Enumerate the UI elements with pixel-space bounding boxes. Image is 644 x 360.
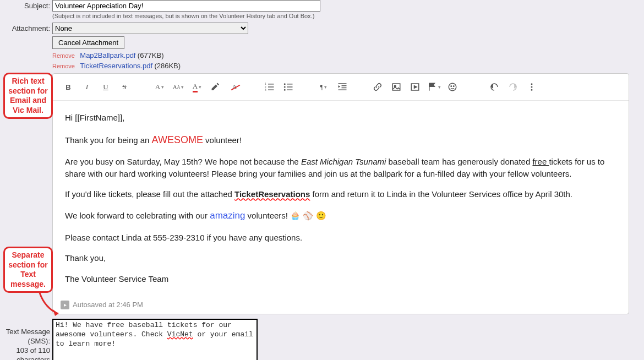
msg-text: If you'd like tickets, please fill out t…	[65, 189, 234, 199]
svg-rect-15	[339, 90, 347, 91]
svg-rect-9	[287, 84, 293, 85]
video-icon[interactable]	[406, 78, 424, 96]
editor-body[interactable]: Hi [[FirstName]], Thank you for being an…	[53, 101, 629, 296]
msg-text: Thank you for being an	[65, 135, 152, 145]
msg-text: Please contact Linda at 555-239-2310 if …	[65, 233, 302, 242]
remove-link[interactable]: Remove	[52, 52, 75, 59]
callout-sms: Separate section for Text message.	[3, 247, 53, 293]
highlight-icon[interactable]	[207, 78, 225, 96]
save-icon: ▸	[61, 301, 69, 309]
msg-greeting: Hi [[FirstName]],	[65, 113, 124, 122]
strike-icon[interactable]: S	[116, 78, 133, 96]
editor-toolbar: B I U S A AA A A 123 ¶	[53, 74, 629, 101]
attachment-select[interactable]: None	[52, 23, 248, 34]
emoji-icon[interactable]	[444, 78, 461, 96]
sms-label: Text Message	[0, 328, 50, 337]
subject-input[interactable]	[52, 0, 320, 12]
attachment-item: Remove Map2Ballpark.pdf (677KB)	[52, 51, 644, 59]
svg-rect-2	[268, 90, 274, 91]
sms-label2: (SMS):	[0, 337, 50, 346]
msg-team: East Michigan Tsunami	[301, 157, 386, 166]
svg-point-21	[454, 86, 455, 87]
font-size-icon[interactable]: AA	[170, 78, 187, 96]
msg-emoji: 🧁 ⚾ 🙂	[290, 211, 326, 220]
svg-rect-0	[268, 84, 274, 85]
msg-amazing: amazing	[210, 210, 245, 221]
svg-rect-14	[342, 88, 347, 89]
attachment-label: Attachment:	[0, 23, 52, 32]
sms-vicnet: VicNet	[167, 330, 193, 339]
cancel-attachment-button[interactable]: Cancel Attachment	[52, 36, 124, 49]
link-icon[interactable]	[369, 78, 386, 96]
msg-text: Thank you,	[65, 253, 106, 263]
autosave-status: ▸ Autosaved at 2:46 PM	[53, 296, 629, 314]
msg-ticketres: TicketReservations	[234, 189, 310, 199]
indent-icon[interactable]	[334, 78, 351, 96]
attachment-size: (677KB)	[138, 51, 164, 59]
msg-text: form and return it to Linda in the Volun…	[310, 189, 572, 199]
ordered-list-icon[interactable]: 123	[261, 78, 279, 96]
clear-format-icon[interactable]: A	[226, 78, 243, 96]
attachment-item: Remove TicketReservations.pdf (286KB)	[52, 62, 644, 70]
svg-rect-11	[287, 90, 293, 91]
msg-sig: The Volunteer Service Team	[65, 274, 168, 283]
attachment-name: TicketReservations.pdf	[80, 62, 152, 70]
flag-icon[interactable]	[425, 78, 443, 96]
svg-point-8	[284, 89, 286, 91]
image-icon[interactable]	[388, 78, 405, 96]
svg-text:3: 3	[265, 88, 266, 91]
svg-rect-1	[268, 86, 274, 88]
redo-icon[interactable]	[504, 78, 522, 96]
msg-text: Are you busy on Saturday, May 15th? We h…	[65, 157, 301, 166]
svg-rect-16	[392, 84, 400, 90]
editor-container: B I U S A AA A A 123 ¶	[52, 73, 629, 314]
msg-text: volunteer!	[203, 135, 242, 145]
attachment-name: Map2Ballpark.pdf	[80, 51, 135, 59]
svg-point-6	[284, 83, 286, 85]
msg-text: volunteers!	[245, 211, 290, 220]
sms-count2: characters	[0, 356, 50, 360]
subject-help: (Subject is not included in text message…	[52, 12, 644, 21]
autosave-text: Autosaved at 2:46 PM	[73, 301, 143, 309]
remove-link[interactable]: Remove	[52, 63, 75, 69]
msg-text: We look forward to celebrating with our	[65, 211, 210, 220]
attachment-size: (286KB)	[154, 62, 181, 70]
msg-free: free	[532, 157, 549, 166]
callout-richtext: Rich text section for Email and Vic Mail…	[3, 73, 53, 119]
msg-text: baseball team has generously donated	[386, 157, 532, 166]
underline-icon[interactable]: U	[97, 78, 114, 96]
paragraph-icon[interactable]: ¶	[315, 78, 332, 96]
font-color-icon[interactable]: A	[188, 78, 206, 96]
svg-rect-10	[287, 86, 293, 88]
svg-point-22	[531, 83, 533, 85]
svg-point-24	[531, 89, 533, 91]
more-icon[interactable]	[523, 78, 541, 96]
sms-textarea[interactable]: Hi! We have free baseball tickets for ou…	[52, 319, 258, 360]
svg-point-19	[449, 83, 456, 91]
svg-rect-13	[342, 85, 347, 86]
svg-point-20	[451, 86, 452, 87]
sms-count: 103 of 110	[0, 346, 50, 356]
font-family-icon[interactable]: A	[151, 78, 168, 96]
bold-icon[interactable]: B	[59, 78, 77, 96]
svg-point-23	[531, 86, 533, 88]
unordered-list-icon[interactable]	[280, 78, 297, 96]
svg-rect-12	[339, 83, 347, 84]
svg-point-7	[284, 86, 286, 88]
italic-icon[interactable]: I	[78, 78, 96, 96]
undo-icon[interactable]	[485, 78, 503, 96]
msg-awesome: AWESOME	[152, 134, 203, 145]
subject-label: Subject:	[0, 0, 52, 10]
